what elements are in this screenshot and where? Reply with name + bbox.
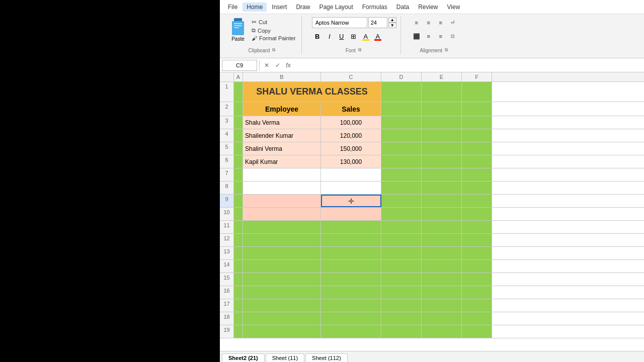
cell-d3[interactable] bbox=[381, 116, 422, 129]
font-name-input[interactable] bbox=[312, 17, 367, 28]
cell-f12[interactable] bbox=[462, 234, 492, 246]
alignment-expand-btn[interactable]: ⧉ bbox=[443, 47, 449, 53]
cell-e5[interactable] bbox=[422, 142, 462, 155]
cell-b18[interactable] bbox=[243, 312, 321, 325]
cell-d14[interactable] bbox=[381, 260, 422, 273]
cell-d4[interactable] bbox=[381, 129, 422, 142]
bold-button[interactable]: B bbox=[312, 31, 323, 42]
cell-d6[interactable] bbox=[381, 155, 422, 168]
cell-e8[interactable] bbox=[422, 182, 462, 194]
col-header-d[interactable]: D bbox=[381, 72, 422, 81]
menu-data[interactable]: Data bbox=[392, 3, 413, 12]
cell-a18[interactable] bbox=[234, 312, 243, 325]
menu-insert[interactable]: Insert bbox=[268, 3, 291, 12]
cut-button[interactable]: Cut bbox=[250, 18, 297, 26]
cell-a6[interactable] bbox=[234, 155, 243, 168]
cell-b4[interactable]: Shailender Kumar bbox=[243, 129, 321, 142]
sheet-tab-2[interactable]: Sheet (11) bbox=[266, 353, 304, 362]
align-top-left-btn[interactable]: ≡ bbox=[411, 17, 422, 28]
cell-e9[interactable] bbox=[422, 195, 462, 207]
cell-c4[interactable]: 120,000 bbox=[321, 129, 381, 142]
cell-e7[interactable] bbox=[422, 168, 462, 181]
cell-c10[interactable] bbox=[321, 208, 381, 220]
cell-c12[interactable] bbox=[321, 234, 381, 246]
align-top-center-btn[interactable]: ≡ bbox=[423, 17, 434, 28]
cell-e11[interactable] bbox=[422, 221, 462, 233]
cell-c5[interactable]: 150,000 bbox=[321, 142, 381, 155]
cell-b19[interactable] bbox=[243, 325, 321, 338]
menu-draw[interactable]: Draw bbox=[292, 3, 314, 12]
cell-reference-box[interactable] bbox=[222, 60, 257, 71]
cell-a8[interactable] bbox=[234, 182, 243, 194]
cell-f17[interactable] bbox=[462, 299, 492, 312]
font-size-increase[interactable]: ▲ bbox=[388, 17, 396, 23]
font-expand-btn[interactable]: ⧉ bbox=[357, 47, 363, 53]
cell-a19[interactable] bbox=[234, 325, 243, 338]
cell-c3[interactable]: 100,000 bbox=[321, 116, 381, 129]
cell-b17[interactable] bbox=[243, 299, 321, 312]
cell-e17[interactable] bbox=[422, 299, 462, 312]
cell-f2[interactable] bbox=[462, 102, 492, 116]
cell-c6[interactable]: 130,000 bbox=[321, 155, 381, 168]
cell-d1[interactable] bbox=[381, 82, 422, 102]
menu-formulas[interactable]: Formulas bbox=[358, 3, 391, 12]
align-right-btn[interactable]: ≡ bbox=[435, 31, 446, 42]
cell-f15[interactable] bbox=[462, 273, 492, 286]
cell-e16[interactable] bbox=[422, 286, 462, 299]
cell-f5[interactable] bbox=[462, 142, 492, 155]
formula-cancel-btn[interactable]: ✕ bbox=[262, 60, 272, 70]
cell-d7[interactable] bbox=[381, 168, 422, 181]
cell-d18[interactable] bbox=[381, 312, 422, 325]
cell-d13[interactable] bbox=[381, 247, 422, 259]
cell-a1[interactable] bbox=[234, 82, 243, 102]
cell-d16[interactable] bbox=[381, 286, 422, 299]
cell-a12[interactable] bbox=[234, 234, 243, 246]
cell-a2[interactable] bbox=[234, 102, 243, 116]
cell-a4[interactable] bbox=[234, 129, 243, 142]
formula-input[interactable] bbox=[294, 62, 642, 69]
formula-confirm-btn[interactable]: ✓ bbox=[273, 60, 283, 70]
merge-center-btn[interactable]: ⊡ bbox=[447, 31, 458, 42]
cell-e6[interactable] bbox=[422, 155, 462, 168]
cell-f6[interactable] bbox=[462, 155, 492, 168]
cell-b12[interactable] bbox=[243, 234, 321, 246]
align-center-btn[interactable]: ≡ bbox=[423, 31, 434, 42]
cell-a15[interactable] bbox=[234, 273, 243, 286]
cell-e15[interactable] bbox=[422, 273, 462, 286]
cell-c7[interactable] bbox=[321, 168, 381, 181]
cell-e13[interactable] bbox=[422, 247, 462, 259]
font-size-input[interactable] bbox=[368, 17, 387, 28]
cell-f16[interactable] bbox=[462, 286, 492, 299]
cell-a14[interactable] bbox=[234, 260, 243, 273]
cell-b15[interactable] bbox=[243, 273, 321, 286]
cell-c8[interactable] bbox=[321, 182, 381, 194]
format-painter-button[interactable]: Format Painter bbox=[250, 35, 297, 42]
cell-f10[interactable] bbox=[462, 208, 492, 220]
cell-c17[interactable] bbox=[321, 299, 381, 312]
border-button[interactable]: ⊞ bbox=[348, 31, 359, 42]
cell-f9[interactable] bbox=[462, 195, 492, 207]
cell-f13[interactable] bbox=[462, 247, 492, 259]
cell-c13[interactable] bbox=[321, 247, 381, 259]
cell-b16[interactable] bbox=[243, 286, 321, 299]
cell-e10[interactable] bbox=[422, 208, 462, 220]
cell-b11[interactable] bbox=[243, 221, 321, 233]
cell-c19[interactable] bbox=[321, 325, 381, 338]
cell-sales-header[interactable]: Sales bbox=[321, 102, 381, 116]
cell-d15[interactable] bbox=[381, 273, 422, 286]
cell-b13[interactable] bbox=[243, 247, 321, 259]
cell-a11[interactable] bbox=[234, 221, 243, 233]
cell-a13[interactable] bbox=[234, 247, 243, 259]
cell-d2[interactable] bbox=[381, 102, 422, 116]
col-header-b[interactable]: B bbox=[243, 72, 321, 81]
cell-d9[interactable] bbox=[381, 195, 422, 207]
cell-e12[interactable] bbox=[422, 234, 462, 246]
cell-f8[interactable] bbox=[462, 182, 492, 194]
cell-a17[interactable] bbox=[234, 299, 243, 312]
wrap-text-btn[interactable]: ⏎ bbox=[447, 17, 458, 28]
cell-f18[interactable] bbox=[462, 312, 492, 325]
cell-f14[interactable] bbox=[462, 260, 492, 273]
copy-button[interactable]: Copy bbox=[250, 27, 297, 34]
col-header-f[interactable]: F bbox=[462, 72, 492, 81]
cell-f4[interactable] bbox=[462, 129, 492, 142]
